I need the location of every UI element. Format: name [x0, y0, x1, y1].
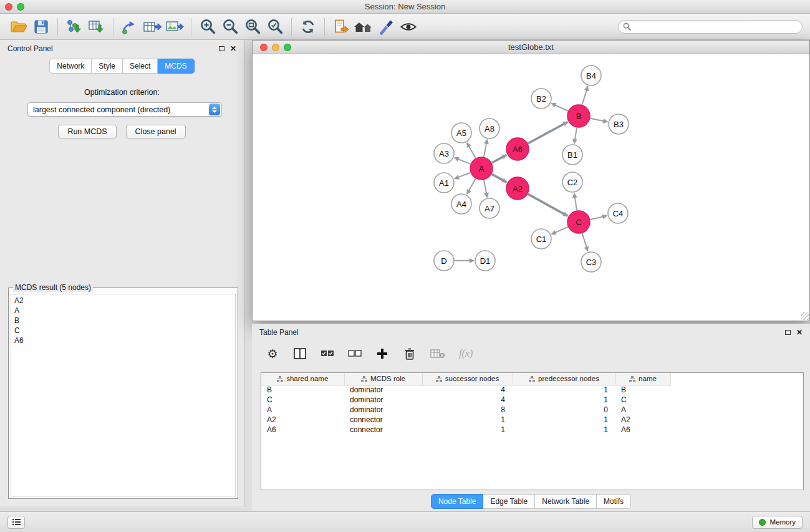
edge-A2-C[interactable] — [528, 194, 568, 216]
table-settings-button[interactable]: ⚙ — [266, 346, 279, 361]
column-header-shared-name[interactable]: shared name — [261, 373, 344, 385]
network-node-B1[interactable]: B1 — [562, 145, 582, 165]
show-graphics-button[interactable] — [397, 16, 420, 37]
close-window-button[interactable] — [5, 3, 12, 11]
network-node-A4[interactable]: A4 — [451, 194, 471, 214]
zoom-out-button[interactable] — [219, 16, 241, 37]
edge-A-A7[interactable] — [484, 180, 488, 198]
resize-grip[interactable] — [801, 312, 809, 320]
network-node-A3[interactable]: A3 — [434, 143, 454, 163]
float-panel-icon[interactable] — [219, 46, 224, 51]
search-input[interactable] — [634, 22, 798, 31]
edge-B-B3[interactable] — [591, 118, 608, 122]
tab-network[interactable]: Network — [49, 59, 92, 74]
column-header-successor-nodes[interactable]: successor nodes — [422, 373, 513, 385]
edge-A-A2[interactable] — [492, 174, 507, 182]
cytoscape-home-button[interactable] — [352, 16, 375, 37]
zoom-fit-button[interactable] — [241, 16, 264, 37]
tab-edge-table[interactable]: Edge Table — [483, 494, 535, 509]
mcds-result-item[interactable]: A — [14, 306, 235, 316]
tab-motifs[interactable]: Motifs — [597, 494, 631, 509]
column-header-MCDS-role[interactable]: MCDS role — [344, 373, 422, 385]
task-history-button[interactable] — [7, 516, 25, 529]
network-node-B[interactable]: B — [567, 105, 590, 127]
run-mcds-button[interactable]: Run MCDS — [58, 125, 116, 138]
close-panel-button[interactable]: Close panel — [126, 125, 186, 138]
network-node-A7[interactable]: A7 — [480, 198, 499, 218]
edge-B-B1[interactable] — [574, 128, 577, 143]
zoom-in-button[interactable] — [196, 16, 219, 37]
network-canvas[interactable]: B4B2BB3A5A8A6A3B1AC2A1A2A4A7C4CC1DD1C3 — [253, 54, 809, 321]
network-node-A[interactable]: A — [470, 157, 493, 180]
tab-mcds[interactable]: MCDS — [158, 59, 194, 74]
edge-A-A5[interactable] — [467, 143, 476, 158]
network-node-C4[interactable]: C4 — [608, 203, 628, 223]
table-row[interactable]: A2connector11A2 — [261, 415, 670, 425]
mcds-result-item[interactable]: C — [14, 326, 235, 336]
network-close-button[interactable] — [260, 44, 268, 51]
edge-A6-B[interactable] — [528, 122, 568, 144]
add-row-button[interactable] — [375, 346, 389, 361]
apply-layout-button[interactable] — [297, 16, 319, 37]
network-node-A2[interactable]: A2 — [506, 177, 529, 200]
style-brush-button[interactable] — [375, 16, 397, 37]
network-node-D[interactable]: D — [434, 251, 454, 271]
export-image-button[interactable] — [163, 16, 186, 37]
network-node-C3[interactable]: C3 — [581, 252, 601, 272]
column-header-predecessor-nodes[interactable]: predecessor nodes — [513, 373, 615, 385]
tab-style[interactable]: Style — [92, 59, 123, 74]
edge-A-A4[interactable] — [467, 179, 476, 195]
mcds-result-item[interactable]: B — [14, 316, 235, 326]
tab-node-table[interactable]: Node Table — [431, 494, 484, 509]
open-session-button[interactable] — [7, 16, 30, 37]
export-table-button[interactable] — [141, 16, 163, 37]
network-zoom-button[interactable] — [284, 44, 291, 51]
network-node-C1[interactable]: C1 — [531, 229, 551, 249]
export-webpage-button[interactable] — [330, 16, 352, 37]
edge-A-A1[interactable] — [455, 173, 471, 179]
edge-A-A8[interactable] — [484, 140, 488, 157]
delete-row-button[interactable] — [403, 346, 417, 361]
delete-table-button[interactable] — [430, 346, 445, 361]
tab-network-table[interactable]: Network Table — [535, 494, 597, 509]
criterion-dropdown[interactable]: largest connected component (directed) — [27, 102, 222, 117]
edge-C-C4[interactable] — [591, 216, 607, 220]
table-row[interactable]: A6connector11A6 — [261, 425, 670, 435]
export-network-button[interactable] — [118, 16, 141, 37]
select-all-button[interactable] — [321, 346, 334, 361]
mcds-result-list[interactable]: A2ABCA6 — [11, 294, 236, 496]
save-session-button[interactable] — [30, 16, 52, 37]
table-row[interactable]: Adominator80A — [261, 405, 670, 415]
edge-C-C1[interactable] — [551, 227, 567, 235]
network-node-A6[interactable]: A6 — [506, 138, 529, 160]
table-row[interactable]: Cdominator41C — [261, 395, 670, 405]
close-table-panel-icon[interactable]: ✕ — [796, 329, 803, 336]
network-minimize-button[interactable] — [272, 44, 279, 51]
network-node-B2[interactable]: B2 — [531, 89, 551, 109]
column-header-name[interactable]: name — [615, 373, 670, 385]
edge-B-B2[interactable] — [551, 104, 568, 111]
tab-select[interactable]: Select — [123, 59, 158, 74]
network-graph[interactable]: B4B2BB3A5A8A6A3B1AC2A1A2A4A7C4CC1DD1C3 — [253, 54, 809, 321]
network-node-C[interactable]: C — [567, 211, 590, 233]
network-node-C2[interactable]: C2 — [562, 172, 582, 192]
edge-B-B4[interactable] — [582, 86, 588, 105]
toolbar-search[interactable] — [618, 20, 803, 34]
zoom-selected-button[interactable] — [264, 16, 286, 37]
close-panel-icon[interactable]: ✕ — [230, 45, 236, 52]
network-node-B3[interactable]: B3 — [609, 114, 629, 134]
float-table-panel-icon[interactable] — [785, 330, 791, 335]
network-node-D1[interactable]: D1 — [475, 251, 495, 271]
table-row[interactable]: Bdominator41B — [261, 385, 670, 395]
deselect-all-button[interactable] — [348, 346, 362, 361]
network-node-A8[interactable]: A8 — [480, 118, 499, 138]
network-node-B4[interactable]: B4 — [581, 65, 601, 85]
network-node-A1[interactable]: A1 — [434, 173, 454, 193]
show-columns-button[interactable] — [293, 346, 307, 361]
edge-C-C3[interactable] — [582, 233, 588, 251]
memory-button[interactable]: Memory — [752, 516, 803, 529]
import-table-button[interactable] — [85, 16, 108, 37]
edge-A-A3[interactable] — [455, 158, 471, 164]
network-node-A5[interactable]: A5 — [451, 123, 471, 143]
edge-C-C2[interactable] — [574, 193, 577, 210]
